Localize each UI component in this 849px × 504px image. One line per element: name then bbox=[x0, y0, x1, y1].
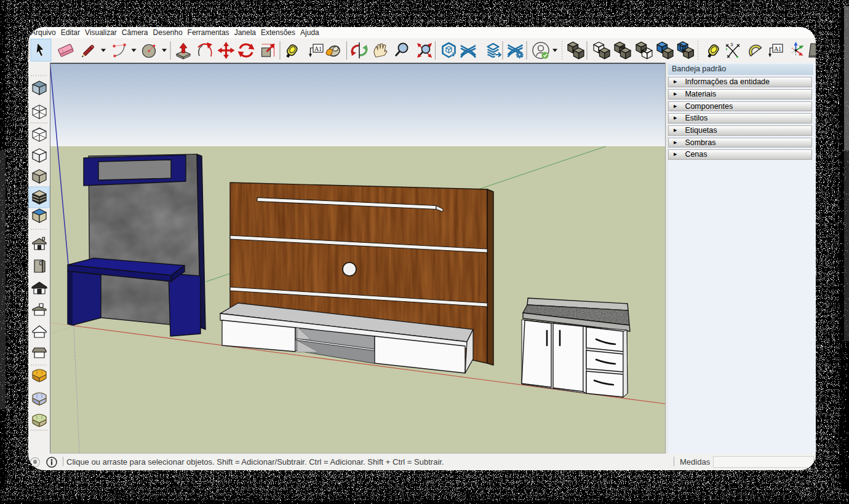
svg-text:A1: A1 bbox=[314, 45, 322, 52]
svg-text:A1: A1 bbox=[774, 45, 781, 52]
svg-text:3: 3 bbox=[730, 42, 733, 47]
